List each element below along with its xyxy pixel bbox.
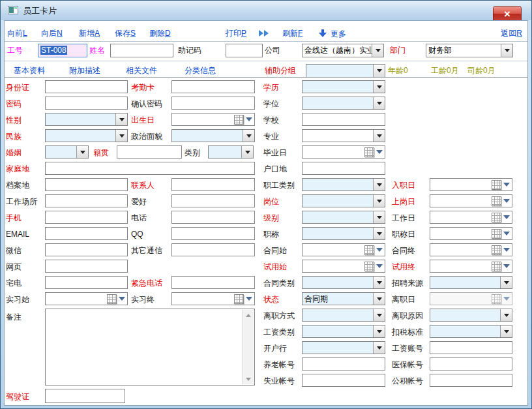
scroll-up-button[interactable] <box>243 310 254 320</box>
field-select-marriage[interactable] <box>45 145 89 159</box>
field-select-category[interactable] <box>208 145 254 159</box>
header-select-company[interactable]: 金线达（越南）实业 <box>302 44 384 57</box>
field-datepicker-contractend[interactable] <box>430 243 512 256</box>
dropdown-button[interactable] <box>373 342 385 354</box>
field-input-fundacct[interactable] <box>430 374 512 387</box>
aux-group-select[interactable] <box>306 64 385 78</box>
header-select-department[interactable]: 财务部 <box>426 44 513 57</box>
field-select-jobtitle[interactable] <box>302 227 385 240</box>
dropdown-button[interactable] <box>115 114 127 125</box>
field-datepicker-leavedate[interactable] <box>430 292 512 305</box>
field-datepicker-onboarddate[interactable] <box>430 194 512 207</box>
field-select-level[interactable] <box>302 211 385 224</box>
toolbar-button-delete[interactable]: 删除D <box>149 28 171 39</box>
field-input-hobby[interactable] <box>171 194 255 207</box>
field-datepicker-birthday[interactable] <box>171 113 255 126</box>
field-select-major[interactable] <box>302 129 385 142</box>
field-datepicker-hiredate[interactable] <box>430 178 512 191</box>
field-datepicker-internstart[interactable] <box>45 292 128 305</box>
field-input-homeaddr[interactable] <box>45 162 255 175</box>
field-input-hukou[interactable] <box>302 162 385 175</box>
dropdown-button[interactable] <box>373 65 385 77</box>
tab-basic[interactable]: 基本资料 <box>14 65 45 76</box>
dropdown-button[interactable] <box>115 130 127 142</box>
toolbar-button-refresh[interactable]: 刷新F <box>282 28 303 39</box>
field-input-confirmpwd[interactable] <box>171 97 255 110</box>
field-select-leavereason[interactable] <box>430 309 512 322</box>
dropdown-button[interactable] <box>373 228 385 239</box>
dropdown-button[interactable] <box>243 130 254 142</box>
field-select-gender[interactable] <box>45 113 128 126</box>
toolbar-button-back[interactable]: 返回R <box>501 28 522 39</box>
field-datepicker-workdate[interactable] <box>430 211 512 224</box>
dropdown-button[interactable] <box>372 44 383 57</box>
field-select-position[interactable] <box>302 194 385 207</box>
double-arrow-icon[interactable] <box>259 30 269 37</box>
field-select-education[interactable] <box>302 80 385 93</box>
dropdown-button[interactable] <box>373 211 385 223</box>
field-input-school[interactable] <box>302 113 385 126</box>
field-input-unemployacct[interactable] <box>302 374 385 387</box>
toolbar-button-next[interactable]: 向后N <box>41 28 63 39</box>
dropdown-button[interactable] <box>373 81 385 93</box>
scroll-down-button[interactable] <box>243 374 254 384</box>
field-select-emptype[interactable] <box>302 178 385 191</box>
dropdown-button[interactable] <box>500 309 512 321</box>
field-input-emergphone[interactable] <box>171 276 255 289</box>
field-input-salaryacct[interactable] <box>430 341 512 354</box>
field-input-wechat[interactable] <box>45 243 128 256</box>
dropdown-button[interactable] <box>373 195 385 207</box>
field-select-status[interactable]: 合同期 <box>302 292 385 305</box>
toolbar-button-add[interactable]: 新增A <box>79 28 100 39</box>
dropdown-button[interactable] <box>373 277 385 288</box>
field-input-webpage[interactable] <box>45 260 128 273</box>
header-input-mnemonic[interactable] <box>226 44 263 57</box>
field-datepicker-titledate[interactable] <box>430 227 512 240</box>
field-datepicker-internend[interactable] <box>171 292 255 305</box>
field-input-homephone[interactable] <box>45 276 128 289</box>
field-select-leavemethod[interactable] <box>302 309 385 322</box>
field-select-ethnicity[interactable] <box>45 129 128 142</box>
dropdown-button[interactable] <box>373 309 385 321</box>
tab-files[interactable]: 相关文件 <box>126 65 157 76</box>
field-input-email[interactable] <box>45 227 128 240</box>
field-input-idcard[interactable] <box>45 80 128 93</box>
field-textarea-remarks[interactable] <box>45 309 255 386</box>
field-select-taxstandard[interactable] <box>430 325 512 338</box>
field-input-archiveaddr[interactable] <box>45 178 128 191</box>
field-select-political[interactable] <box>171 129 255 142</box>
dropdown-button[interactable] <box>373 130 385 142</box>
field-input-contact[interactable] <box>171 178 255 191</box>
field-datepicker-trialend[interactable] <box>430 260 512 273</box>
field-select-salarytype[interactable] <box>302 325 385 338</box>
tab-extra[interactable]: 附加描述 <box>69 65 100 76</box>
field-datepicker-graduation[interactable] <box>302 145 385 159</box>
dropdown-button[interactable] <box>373 97 385 109</box>
header-input-name[interactable] <box>110 44 173 57</box>
header-input-empno[interactable]: ST-008 <box>38 44 87 57</box>
dropdown-button[interactable] <box>241 146 253 158</box>
textarea-scrollbar[interactable] <box>242 310 254 384</box>
field-input-othercomm[interactable] <box>171 243 255 256</box>
dropdown-button[interactable] <box>76 146 88 158</box>
field-select-contracttype[interactable] <box>302 276 385 289</box>
dropdown-button[interactable] <box>373 293 385 305</box>
field-input-workplace[interactable] <box>45 194 128 207</box>
dropdown-button[interactable] <box>373 179 385 190</box>
field-input-driverlic[interactable] <box>45 389 125 403</box>
toolbar-button-print[interactable]: 打印P <box>226 28 246 39</box>
dropdown-button[interactable] <box>373 326 385 337</box>
field-input-nativeplace[interactable] <box>117 145 182 159</box>
toolbar-button-more[interactable]: 更多 <box>319 28 346 40</box>
toolbar-button-save[interactable]: 保存S <box>115 28 136 39</box>
field-input-qq[interactable] <box>171 227 255 240</box>
field-select-bank[interactable] <box>302 341 385 354</box>
field-input-attendcard[interactable] <box>171 80 255 93</box>
tab-classes[interactable]: 分类信息 <box>185 65 216 76</box>
dropdown-button[interactable] <box>501 44 512 57</box>
dropdown-button[interactable] <box>500 326 512 337</box>
field-input-pensionacct[interactable] <box>302 357 385 371</box>
field-input-medicalacct[interactable] <box>430 357 512 371</box>
field-select-recruitsrc[interactable] <box>430 276 512 289</box>
field-input-password[interactable] <box>45 97 128 110</box>
